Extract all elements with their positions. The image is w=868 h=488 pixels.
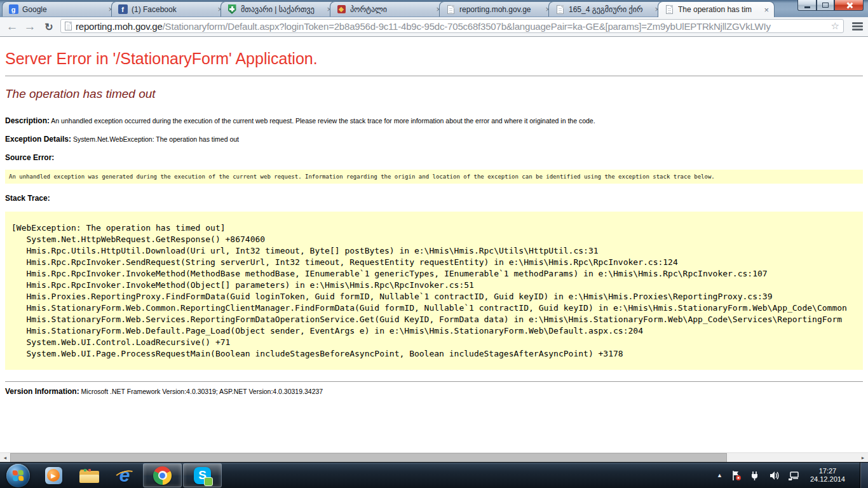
power-plug-icon[interactable] [750,470,761,481]
window-controls [797,0,864,11]
folder-icon [79,468,99,484]
page-favicon [555,4,565,15]
maximize-button[interactable] [817,0,834,11]
network-icon[interactable] [788,470,799,481]
minimize-icon [804,6,810,8]
tab-operation-timed-out-active[interactable]: The operation has tim × [658,1,775,17]
system-tray: ▲ 17:27 24.12.2014 [717,463,868,488]
tab-google[interactable]: g Google × [2,1,119,17]
version-label: Version Information: [5,387,79,396]
speaker-icon[interactable] [769,470,780,481]
stack-trace-text: [WebException: The operation has timed o… [11,222,859,360]
stack-trace-row: Stack Trace: [5,194,863,203]
tab-title: 165_4 გეგმიური ქირ [569,5,651,14]
url-domain: reporting.moh.gov.ge [76,21,163,32]
tray-expand-icon[interactable]: ▲ [717,472,722,478]
taskbar-explorer-button[interactable] [71,463,107,488]
stack-trace-label: Stack Trace: [5,194,50,203]
google-favicon: g [8,4,18,15]
tab-title: The operation has tim [678,5,761,14]
version-row: Version Information: Microsoft .NET Fram… [5,387,863,396]
description-text: An unhandled exception occurred during t… [51,117,595,125]
windows-start-orb-icon [6,464,30,487]
error-page: Server Error in '/StationaryForm' Applic… [0,37,868,453]
start-button[interactable] [0,463,36,488]
show-desktop-button[interactable] [860,463,868,488]
tab-title: პორტალი [350,5,433,14]
source-error-label: Source Error: [5,153,54,162]
address-bar[interactable]: reporting.moh.gov.ge/Stationaryform/Defa… [60,19,844,33]
taskbar-skype-button[interactable]: S [183,463,222,487]
page-favicon [445,4,456,15]
facebook-favicon: f [118,4,128,15]
skype-icon: S [194,467,211,484]
tab-portali[interactable]: პორტალი × [330,1,447,17]
version-text: Microsoft .NET Framework Version:4.0.303… [81,388,323,395]
bookmark-star-icon[interactable]: ☆ [831,20,839,32]
forward-button[interactable]: → [22,17,38,36]
tab-strip: g Google × f (1) Facebook × მთავარი | სა… [0,0,868,17]
page-subtitle: The operation has timed out [5,87,863,101]
horizontal-scrollbar[interactable]: ◄ ► [0,452,868,463]
tab-165-4[interactable]: 165_4 გეგმიური ქირ × [548,1,665,17]
back-button[interactable]: ← [4,17,20,36]
maximize-icon [822,3,829,8]
browser-toolbar: ← → ↻ reporting.moh.gov.ge/Stationaryfor… [0,17,868,37]
media-player-icon: ▶ [45,467,62,484]
scroll-right-arrow[interactable]: ► [858,453,868,463]
exception-row: Exception Details: System.Net.WebExcepti… [5,135,863,144]
tab-title: reporting.moh.gov.ge [459,5,542,14]
page-favicon [664,4,674,15]
tab-title: Google [22,5,105,14]
facebook-favicon-letter: f [118,4,128,14]
reload-button[interactable]: ↻ [41,17,57,36]
taskbar-media-player-button[interactable]: ▶ [36,463,71,488]
stack-trace-box: [WebException: The operation has timed o… [5,212,863,370]
internet-explorer-icon: e [114,466,135,485]
clock-date: 24.12.2014 [810,475,845,484]
tab-title: მთავარი | საქართვე [241,5,323,14]
exception-text: System.Net.WebException: The operation h… [73,135,239,143]
scroll-left-arrow[interactable]: ◄ [0,453,10,463]
source-error-row: Source Error: [5,153,863,162]
tab-reporting[interactable]: reporting.moh.gov.ge × [439,1,556,17]
play-icon: ▶ [47,469,60,482]
chrome-menu-button[interactable] [852,22,863,30]
action-center-flag-icon[interactable] [731,470,742,481]
google-favicon-letter: g [9,4,18,14]
close-icon [846,2,853,9]
page-icon [65,22,72,30]
close-button[interactable] [834,0,864,11]
tab-title: (1) Facebook [132,5,214,14]
tab-close-icon[interactable]: × [763,6,770,14]
divider [5,381,863,382]
tab-facebook[interactable]: f (1) Facebook × [111,1,228,17]
divider [5,76,863,76]
tab-mtavari[interactable]: მთავარი | საქართვე × [220,1,337,17]
browser-window: g Google × f (1) Facebook × მთავარი | სა… [0,0,868,463]
windows-taskbar: ▶ e S ▲ 17:27 24.12.2014 [0,462,868,488]
description-label: Description: [5,116,50,125]
minimize-button[interactable] [797,0,817,11]
taskbar-clock[interactable]: 17:27 24.12.2014 [810,467,845,484]
shield-favicon [227,4,237,15]
chrome-icon [153,466,172,485]
taskbar-internet-explorer-button[interactable]: e [107,463,142,488]
source-error-box: An unhandled exception was generated dur… [5,170,863,184]
page-title: Server Error in '/StationaryForm' Applic… [5,50,863,68]
url-path: /Stationaryform/Default.aspx?loginToken=… [163,21,771,32]
exception-label: Exception Details: [5,135,71,144]
url-text[interactable]: reporting.moh.gov.ge/Stationaryform/Defa… [76,21,827,32]
scrollbar-thumb[interactable] [10,453,727,463]
clock-time: 17:27 [810,467,845,475]
emblem-favicon [336,4,346,15]
description-row: Description: An unhandled exception occu… [5,116,863,125]
taskbar-chrome-button[interactable] [143,463,182,487]
